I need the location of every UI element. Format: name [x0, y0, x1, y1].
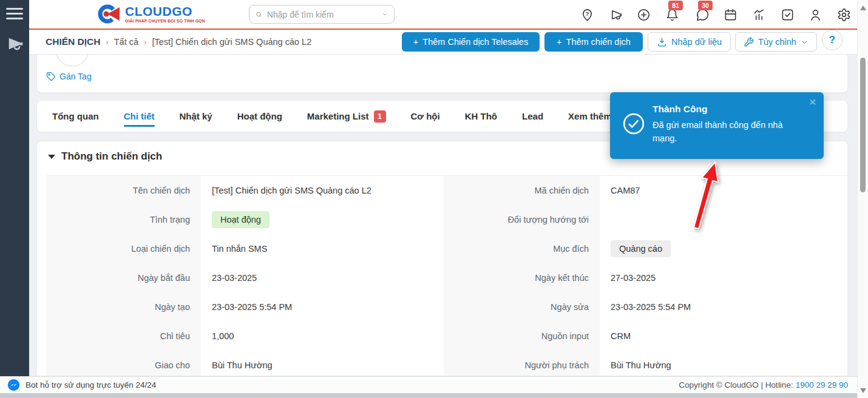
add-circle-icon[interactable]: [632, 4, 654, 25]
purpose-badge: Quảng cáo: [611, 240, 671, 257]
field-value-input-source: CRM: [600, 331, 847, 341]
toast-title: Thành Công: [653, 104, 707, 115]
field-value-created-date: 23-03-2025 5:54 PM: [201, 302, 435, 312]
table-row: Ngày bắt đầu 23-03-2025 Ngày kết thúc 27…: [46, 263, 847, 292]
tag-icon: [46, 72, 56, 81]
table-row: Ngày tạo 23-03-2025 5:54 PM Ngày sửa 23-…: [46, 292, 847, 322]
field-value-campaign-type: Tin nhắn SMS: [201, 244, 435, 254]
status-badge: Hoạt động: [212, 211, 270, 228]
app-logo[interactable]: CLOUDGO GIẢI PHÁP CHUYỂN ĐỔI SỐ TINH GỌN: [97, 2, 205, 26]
success-toast: Thành Công Đã gửi email thành công đến n…: [610, 92, 824, 159]
hotline-link[interactable]: 1900 29 29 90: [796, 380, 848, 390]
tab-co-hoi[interactable]: Cơ hội: [411, 101, 440, 132]
field-value-target: 1,000: [201, 331, 435, 341]
table-row: Tên chiến dịch [Test] Chiến dịch gửi SMS…: [46, 176, 847, 205]
breadcrumb: CHIẾN DỊCH › Tất cả › [Test] Chiến dịch …: [46, 30, 311, 54]
footer-bar: Bot hỗ trợ sử dụng trực tuyến 24/24 Copy…: [0, 376, 857, 393]
campaign-field-table: Tên chiến dịch [Test] Chiến dịch gửi SMS…: [46, 175, 847, 376]
campaign-megaphone-icon[interactable]: [5, 34, 24, 53]
table-row: Loại chiến dịch Tin nhắn SMS Mục đích Qu…: [46, 234, 847, 263]
field-value-person-in-charge[interactable]: Bùi Thu Hường: [600, 360, 847, 370]
tab-tong-quan[interactable]: Tổng quan: [52, 101, 99, 132]
marketing-list-count-badge: 1: [374, 110, 386, 123]
cloudgo-logo-icon: [97, 2, 121, 26]
field-label: Giao cho: [46, 351, 201, 376]
field-value-campaign-code: CAM87: [600, 186, 847, 195]
breadcrumb-separator: ›: [106, 38, 108, 47]
tab-nhat-ky[interactable]: Nhật ký: [180, 101, 212, 132]
field-label: Chỉ tiêu: [46, 322, 201, 351]
tab-chi-tiet[interactable]: Chi tiết: [124, 101, 155, 132]
support-bot-link[interactable]: Bot hỗ trợ sử dụng trực tuyến 24/24: [7, 377, 156, 393]
search-input[interactable]: [267, 10, 377, 19]
field-label: Ngày sửa: [444, 292, 600, 322]
breadcrumb-action-bar: CHIẾN DỊCH › Tất cả › [Test] Chiến dịch …: [29, 30, 857, 55]
chevron-down-icon: [801, 38, 809, 46]
field-value-assigned-to[interactable]: Bùi Thu Hường: [201, 360, 435, 370]
wrench-icon: [744, 37, 754, 47]
toast-close-icon[interactable]: ×: [809, 95, 816, 109]
field-value-end-date: 27-03-2025: [600, 273, 847, 283]
field-label: Tên chiến dịch: [46, 176, 201, 205]
tab-marketing-list[interactable]: Marketing List 1: [307, 101, 386, 132]
help-button[interactable]: ?: [822, 30, 843, 50]
breadcrumb-separator: ›: [144, 38, 146, 47]
field-label: Người phụ trách: [444, 351, 600, 376]
global-search[interactable]: [249, 5, 395, 24]
import-data-button[interactable]: Nhập dữ liệu: [648, 32, 731, 52]
statistics-chart-icon[interactable]: [748, 4, 770, 25]
chevron-down-icon: [382, 10, 388, 19]
vertical-scrollbar[interactable]: [857, 0, 868, 398]
field-label: Mục đích: [444, 234, 600, 263]
field-value-start-date: 23-03-2025: [201, 273, 435, 283]
toast-message: Đã gửi email thành công đến nhà mạng.: [653, 118, 809, 146]
help-pin-icon[interactable]: ?: [576, 4, 598, 25]
tab-xem-them[interactable]: Xem thêm: [568, 101, 612, 132]
check-circle-icon: [622, 112, 646, 136]
section-header[interactable]: Thông tin chiến dịch: [48, 150, 162, 163]
tab-kh-tho[interactable]: KH Thô: [465, 101, 497, 132]
field-label: Ngày kết thúc: [444, 263, 600, 292]
top-header: CLOUDGO GIẢI PHÁP CHUYỂN ĐỔI SỐ TINH GỌN…: [29, 0, 857, 30]
calendar-icon[interactable]: [719, 4, 741, 25]
messenger-icon: [7, 379, 20, 391]
left-sidebar: [0, 0, 29, 376]
user-profile-icon[interactable]: [804, 4, 826, 25]
logo-name: CLOUDGO: [125, 5, 205, 18]
field-label: Ngày tạo: [46, 292, 201, 322]
add-campaign-button[interactable]: + Thêm chiến dịch: [544, 32, 643, 52]
section-title: Thông tin chiến dịch: [61, 150, 162, 163]
tab-hoat-dong[interactable]: Hoạt động: [237, 101, 282, 132]
breadcrumb-module[interactable]: CHIẾN DỊCH: [46, 36, 100, 47]
customize-button[interactable]: Tùy chỉnh: [735, 32, 817, 52]
assign-tag-link[interactable]: Gán Tag: [46, 72, 92, 81]
announcement-megaphone-icon[interactable]: [605, 4, 627, 25]
hamburger-menu-icon[interactable]: [6, 8, 23, 21]
tab-lead[interactable]: Lead: [522, 101, 543, 132]
scroll-down-arrow-icon[interactable]: [860, 388, 866, 393]
collapse-caret-icon: [48, 155, 55, 159]
table-row: Giao cho Bùi Thu Hường Người phụ trách B…: [46, 351, 847, 376]
plus-icon: +: [557, 37, 561, 47]
field-label: Loại chiến dịch: [46, 234, 201, 263]
search-icon: [256, 10, 262, 19]
horizontal-scrollbar[interactable]: [0, 393, 857, 398]
settings-gear-icon[interactable]: [833, 4, 855, 25]
table-row: Chỉ tiêu 1,000 Nguồn input CRM: [46, 322, 847, 351]
copyright-text: Copyright © CloudGO | Hotline: 1900 29 2…: [679, 377, 848, 393]
breadcrumb-item-all[interactable]: Tất cả: [114, 37, 138, 47]
field-label: Tình trạng: [46, 205, 201, 234]
field-label: Nguồn input: [444, 322, 600, 351]
tasks-check-square-icon[interactable]: [776, 4, 798, 25]
notification-count-badge: 81: [668, 1, 683, 10]
field-value-campaign-name: [Test] Chiến dịch gửi SMS Quảng cáo L2: [201, 186, 435, 195]
scroll-up-arrow-icon[interactable]: [860, 5, 866, 10]
field-label: Ngày bắt đầu: [46, 263, 201, 292]
field-label: Đối tượng hướng tới: [444, 205, 600, 234]
scrollbar-thumb[interactable]: [860, 58, 866, 192]
download-icon: [657, 37, 667, 47]
plus-icon: +: [413, 37, 418, 47]
add-telesales-campaign-button[interactable]: + Thêm Chiến dịch Telesales: [402, 32, 540, 52]
svg-text:?: ?: [585, 10, 589, 16]
campaign-avatar: [55, 55, 89, 67]
